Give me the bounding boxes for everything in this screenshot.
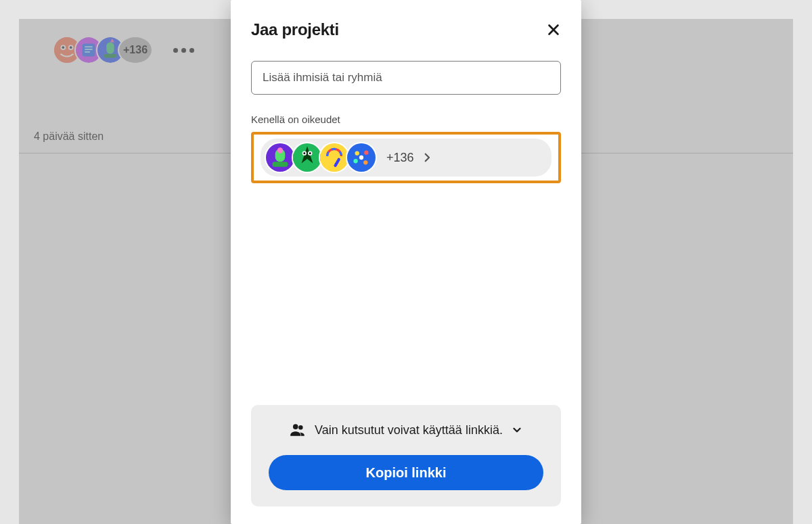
link-permission-row[interactable]: Vain kutsutut voivat käyttää linkkiä.	[269, 421, 543, 439]
add-people-input[interactable]	[251, 61, 561, 95]
avatar	[346, 142, 377, 173]
copy-link-button[interactable]: Kopioi linkki	[269, 455, 543, 490]
svg-point-25	[355, 151, 359, 156]
svg-point-29	[359, 156, 363, 160]
modal-header: Jaa projekti	[251, 20, 561, 39]
who-has-access-highlight: +136	[251, 132, 561, 183]
svg-point-20	[303, 152, 305, 154]
chevron-down-icon	[511, 424, 523, 436]
svg-point-27	[353, 159, 357, 163]
people-icon	[289, 421, 307, 439]
svg-point-22	[320, 143, 348, 172]
link-permission-text: Vain kutsutut voivat käyttää linkkiä.	[315, 423, 503, 437]
svg-point-16	[277, 147, 283, 153]
svg-point-26	[364, 151, 368, 155]
svg-rect-15	[272, 162, 288, 166]
share-project-modal: Jaa projekti Kenellä on oikeudet +136	[231, 0, 581, 524]
svg-point-28	[363, 160, 367, 164]
access-count-label: +136	[386, 151, 414, 165]
who-has-access-label: Kenellä on oikeudet	[251, 114, 561, 125]
svg-point-21	[309, 152, 311, 154]
who-has-access-row[interactable]: +136	[261, 139, 551, 176]
link-sharing-panel: Vain kutsutut voivat käyttää linkkiä. Ko…	[251, 405, 561, 506]
close-icon[interactable]	[546, 22, 561, 37]
chevron-right-icon	[421, 151, 433, 164]
modal-title: Jaa projekti	[251, 20, 339, 39]
